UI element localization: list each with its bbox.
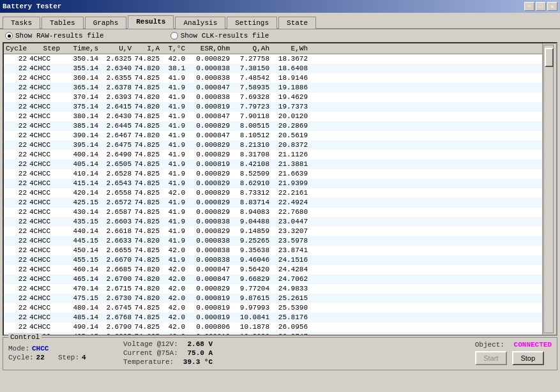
table-row[interactable]: 224CHCC465.142.670074.82042.00.0008479.6… — [4, 275, 542, 284]
table-cell: 22 — [4, 265, 28, 275]
table-row[interactable]: 224CHCC410.142.652874.82541.90.0008298.5… — [4, 169, 542, 179]
radio-clk-btn[interactable] — [170, 32, 178, 40]
table-row[interactable]: 224CHCC395.142.647574.82541.90.0008298.2… — [4, 140, 542, 150]
table-row[interactable]: 224CHCC440.142.661874.82541.90.0008299.1… — [4, 227, 542, 236]
table-row[interactable]: 224CHCC365.142.637874.82541.90.0008477.5… — [4, 83, 542, 93]
table-row[interactable]: 224CHCC430.142.658774.82541.90.0008298.9… — [4, 207, 542, 217]
table-row[interactable]: 224CHCC350.142.632574.82542.00.0008297.2… — [4, 54, 542, 64]
table-row[interactable]: 224CHCC470.142.671574.82042.00.0008299.7… — [4, 284, 542, 294]
table-cell: 9.56420 — [231, 265, 271, 275]
table-row[interactable]: 224CHCC460.142.668574.82042.00.0008479.5… — [4, 265, 542, 275]
table-cell: 2.6543 — [100, 179, 133, 188]
table-cell: 41.9 — [161, 227, 186, 236]
table-row[interactable]: 224CHCC445.152.663374.82041.90.0008389.2… — [4, 236, 542, 246]
radio-raw-label: Show RAW-results file — [15, 32, 104, 40]
table-cell: 25.2615 — [271, 294, 309, 303]
table-row[interactable]: 224CHCC355.142.634074.82038.10.0008387.3… — [4, 64, 542, 73]
table-cell: 490.14 — [61, 322, 100, 332]
table-cell: 74.825 — [133, 207, 161, 217]
maximize-button[interactable]: □ — [536, 2, 546, 11]
table-cell: 42.0 — [161, 54, 186, 64]
table-row[interactable]: 224CHCC375.142.641574.82041.90.0008197.7… — [4, 102, 542, 112]
table-cell: 4CHCC — [28, 188, 61, 198]
table-cell: 2.6745 — [100, 303, 133, 313]
table-cell: 74.825 — [133, 332, 161, 335]
table-cell: 2.6393 — [100, 93, 133, 102]
tab-analysis[interactable]: Analysis — [175, 17, 225, 29]
table-row[interactable]: 224CHCC405.142.650574.82541.90.0008198.4… — [4, 160, 542, 169]
table-cell: 8.52509 — [231, 169, 271, 179]
table-cell: 370.14 — [61, 93, 100, 102]
table-row[interactable]: 224CHCC450.142.665574.82542.00.0008389.3… — [4, 246, 542, 255]
table-cell: 74.825 — [133, 112, 161, 121]
table-row[interactable]: 224CHCC435.152.660374.82541.90.0008389.0… — [4, 217, 542, 227]
table-cell: 10.0841 — [231, 313, 271, 322]
table-cell: 8.31708 — [231, 150, 271, 160]
tab-settings[interactable]: Settings — [227, 17, 277, 29]
table-cell: 0.000829 — [186, 207, 231, 217]
minimize-button[interactable]: ─ — [524, 2, 534, 11]
table-row[interactable]: 224CHCC490.142.679074.82542.00.00080610.… — [4, 322, 542, 332]
table-cell: 23.0447 — [271, 217, 309, 227]
radio-raw[interactable]: Show RAW-results file — [5, 32, 104, 40]
table-row[interactable]: 224CHCC480.142.674574.82542.00.0008199.9… — [4, 303, 542, 313]
table-cell: 41.9 — [161, 102, 186, 112]
radio-raw-btn[interactable] — [5, 32, 13, 40]
table-cell: 4CHCC — [28, 112, 61, 121]
table-cell: 4CHCC — [28, 131, 61, 140]
table-cell: 4CHCC — [28, 217, 61, 227]
table-cell: 2.6790 — [100, 322, 133, 332]
table-row[interactable]: 224CHCC390.142.646774.82041.90.0008478.1… — [4, 131, 542, 140]
control-group-title: Control — [8, 333, 42, 341]
cycle-label: Cycle: — [8, 354, 34, 361]
radio-clk[interactable]: Show CLK-results file — [170, 32, 269, 40]
table-cell: 0.000838 — [186, 64, 231, 73]
table-row[interactable]: 224CHCC370.142.639374.82041.90.0008387.6… — [4, 93, 542, 102]
table-body[interactable]: 224CHCC350.142.632574.82542.00.0008297.2… — [4, 54, 542, 335]
table-cell: 41.9 — [161, 73, 186, 83]
tab-tables[interactable]: Tables — [42, 17, 84, 29]
table-row[interactable]: 224CHCC360.142.635574.82541.90.0008387.4… — [4, 73, 542, 83]
table-row[interactable]: 224CHCC425.152.657274.82541.90.0008298.8… — [4, 198, 542, 207]
table-row[interactable]: 224CHCC485.142.676874.82542.00.00081910.… — [4, 313, 542, 322]
table-row[interactable]: 224CHCC415.142.654374.82541.90.0008298.6… — [4, 179, 542, 188]
table-cell: 0.000829 — [186, 284, 231, 294]
table-cell: 74.825 — [133, 198, 161, 207]
table-cell: 22 — [4, 284, 28, 294]
close-button[interactable]: ✕ — [547, 2, 557, 11]
table-cell: 485.14 — [61, 313, 100, 322]
control-inner: Mode: CHCC Cycle: 22 Step: 4 Voltage @12… — [8, 340, 552, 366]
table-cell: 9.35638 — [231, 246, 271, 255]
table-row[interactable]: 224CHCC385.142.644574.82541.90.0008298.0… — [4, 121, 542, 131]
table-cell: 20.5619 — [271, 131, 309, 140]
table-cell: 21.9399 — [271, 179, 309, 188]
table-cell: 0.000829 — [186, 121, 231, 131]
tab-results[interactable]: Results — [128, 15, 174, 29]
tab-tasks[interactable]: Tasks — [3, 17, 40, 29]
table-wrapper: Cycle Step Time,s U,V I,A T,°C ESR,Ohm Q… — [4, 43, 542, 335]
start-button[interactable]: Start — [475, 351, 507, 365]
table-cell: 22.7680 — [271, 207, 309, 217]
table-row[interactable]: 224CHCC475.152.673074.82042.00.0008199.8… — [4, 294, 542, 303]
table-header: Cycle Step Time,s U,V I,A T,°C ESR,Ohm Q… — [4, 43, 542, 54]
sidebar-scrollbar[interactable] — [543, 45, 554, 333]
table-row[interactable]: 224CHCC420.142.655874.82542.00.0008298.7… — [4, 188, 542, 198]
table-row[interactable]: 224CHCC380.142.643074.82541.90.0008477.9… — [4, 112, 542, 121]
tab-graphs[interactable]: Graphs — [85, 17, 127, 29]
table-row[interactable]: 224CHCC455.152.667074.82541.90.0008389.4… — [4, 255, 542, 265]
stop-button[interactable]: Stop — [512, 351, 544, 365]
tab-state[interactable]: State — [278, 17, 316, 29]
table-cell: 0.000819 — [186, 313, 231, 322]
table-cell: 4CHCC — [28, 160, 61, 169]
table-cell: 74.825 — [133, 179, 161, 188]
table-cell: 0.000829 — [186, 188, 231, 198]
table-cell: 74.825 — [133, 303, 161, 313]
control-buttons: Start Stop — [475, 351, 544, 365]
table-row[interactable]: 224CHCC495.152.680574.82542.00.00081910.… — [4, 332, 542, 335]
table-cell: 4CHCC — [28, 83, 61, 93]
table-cell: 7.69328 — [231, 93, 271, 102]
table-row[interactable]: 224CHCC400.142.649074.82541.90.0008298.3… — [4, 150, 542, 160]
header-step: Step — [28, 45, 61, 52]
table-cell: 4CHCC — [28, 150, 61, 160]
table-cell: 430.14 — [61, 207, 100, 217]
